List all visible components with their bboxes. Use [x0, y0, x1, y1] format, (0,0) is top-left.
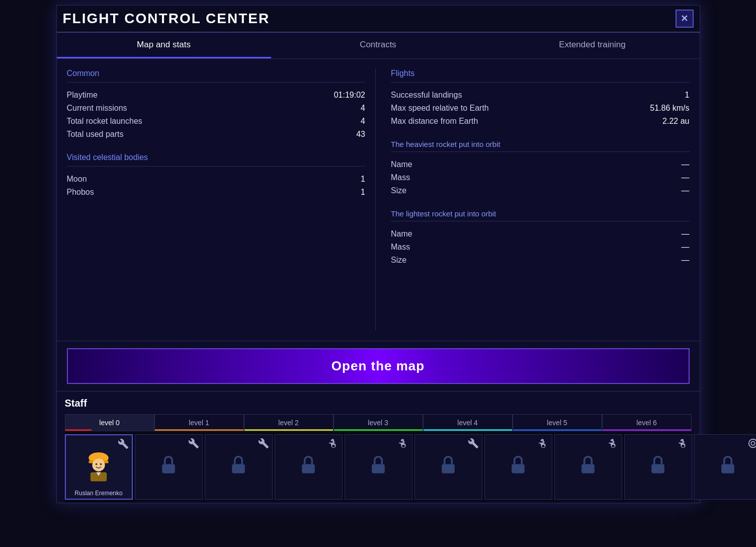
stat-label-playtime: Playtime — [67, 91, 98, 100]
microscope-icon — [398, 438, 409, 451]
staff-section: Staff level 0level 1level 2level 3level … — [57, 391, 700, 503]
stat-max-speed: Max speed relative to Earth 51.86 km/s — [391, 102, 690, 115]
stat-rocket-launches: Total rocket launches 4 — [67, 115, 366, 128]
microscope-icon — [538, 438, 549, 451]
stat-value-phobos: 1 — [361, 188, 365, 197]
stat-current-missions: Current missions 4 — [67, 102, 366, 115]
lock-icon — [577, 454, 599, 481]
staff-name: Ruslan Eremenko — [66, 490, 132, 497]
svg-rect-10 — [302, 464, 315, 473]
heaviest-mass-value: — — [682, 173, 690, 182]
level-tab-2[interactable]: level 2 — [244, 414, 333, 431]
staff-card-2[interactable] — [205, 434, 273, 500]
stat-value-distance: 2.22 au — [662, 117, 689, 126]
stat-used-parts: Total used parts 43 — [67, 128, 366, 141]
open-map-button[interactable]: Open the map — [67, 348, 690, 384]
staff-card-6[interactable] — [484, 434, 552, 500]
close-button[interactable]: ✕ — [676, 10, 694, 28]
svg-rect-11 — [372, 464, 385, 473]
heaviest-name-value: — — [682, 160, 690, 169]
level-tab-4[interactable]: level 4 — [423, 414, 513, 431]
heaviest-name-label: Name — [391, 160, 412, 169]
staff-card-3[interactable] — [275, 434, 343, 500]
flights-label: Flights — [391, 69, 690, 78]
staff-title: Staff — [65, 398, 692, 409]
microscope-icon — [678, 438, 689, 451]
stat-value-missions: 4 — [361, 104, 365, 113]
stat-value-parts: 43 — [356, 130, 365, 139]
microscope-icon — [328, 438, 339, 451]
wrench-icon — [188, 438, 199, 451]
level-tab-1[interactable]: level 1 — [154, 414, 244, 431]
stat-moon: Moon 1 — [67, 173, 366, 186]
lock-icon — [507, 454, 529, 481]
heaviest-size: Size — — [391, 184, 690, 197]
left-panel: Common Playtime 01:19:02 Current mission… — [67, 69, 376, 331]
content-area: Common Playtime 01:19:02 Current mission… — [57, 59, 700, 341]
svg-point-4 — [100, 463, 102, 465]
map-btn-container: Open the map — [57, 341, 700, 391]
lightest-name-value: — — [682, 229, 690, 239]
lightest-mass-value: — — [682, 243, 690, 252]
level-tab-6[interactable]: level 6 — [602, 414, 692, 431]
staff-card-4[interactable] — [345, 434, 412, 500]
staff-card-7[interactable] — [554, 434, 622, 500]
stat-value-speed: 51.86 km/s — [650, 104, 689, 113]
heaviest-size-label: Size — [391, 186, 406, 195]
staff-card-0[interactable]: Ruslan Eremenko — [65, 434, 133, 500]
stat-successful-landings: Successful landings 1 — [391, 89, 690, 102]
lightest-label: The lightest rocket put into orbit — [391, 209, 690, 218]
level-tab-5[interactable]: level 5 — [513, 414, 602, 431]
lightest-name: Name — — [391, 227, 690, 241]
stat-max-distance: Max distance from Earth 2.22 au — [391, 115, 690, 128]
lock-icon — [647, 454, 669, 481]
svg-point-3 — [96, 463, 98, 465]
svg-rect-8 — [162, 464, 175, 473]
stat-label-distance: Max distance from Earth — [391, 117, 478, 126]
level-tab-0[interactable]: level 0 — [65, 414, 154, 431]
level-tab-3[interactable]: level 3 — [333, 414, 423, 431]
heaviest-name: Name — — [391, 158, 690, 171]
lightest-mass: Mass — — [391, 241, 690, 254]
lightest-size-value: — — [682, 256, 690, 265]
lightest-size: Size — — [391, 254, 690, 267]
svg-rect-9 — [232, 464, 245, 473]
stat-label-landings: Successful landings — [391, 91, 462, 100]
stat-label-moon: Moon — [67, 175, 87, 184]
stat-label-parts: Total used parts — [67, 130, 124, 139]
stat-value-landings: 1 — [685, 91, 690, 100]
common-label: Common — [67, 69, 366, 78]
microscope-icon — [608, 438, 619, 451]
stat-playtime: Playtime 01:19:02 — [67, 89, 366, 102]
staff-card-5[interactable] — [414, 434, 482, 500]
title-bar: FLIGHT CONTROL CENTER ✕ — [57, 6, 700, 33]
right-panel: Flights Successful landings 1 Max speed … — [386, 69, 690, 331]
wrench-icon — [118, 438, 129, 451]
visited-label: Visited celestial bodies — [67, 153, 366, 162]
heaviest-label: The heaviest rocket put into orbit — [391, 140, 690, 148]
avatar — [80, 448, 117, 486]
tab-extended-training[interactable]: Extended training — [485, 33, 700, 58]
lock-icon — [297, 454, 319, 481]
tab-bar: Map and stats Contracts Extended trainin… — [57, 33, 700, 59]
staff-card-1[interactable] — [135, 434, 203, 500]
svg-point-17 — [751, 441, 754, 445]
stat-value-moon: 1 — [361, 175, 365, 184]
lightest-name-label: Name — [391, 229, 412, 239]
lock-icon — [367, 454, 389, 481]
tab-contracts[interactable]: Contracts — [271, 33, 485, 58]
svg-rect-15 — [651, 464, 664, 473]
heaviest-mass-label: Mass — [391, 173, 410, 182]
svg-rect-13 — [512, 464, 525, 473]
staff-card-9[interactable] — [694, 434, 757, 500]
staff-cards: Ruslan Eremenko — [65, 431, 692, 503]
stat-label-phobos: Phobos — [67, 188, 94, 197]
lock-icon — [717, 454, 739, 481]
stat-value-launches: 4 — [361, 117, 365, 126]
tab-map-and-stats[interactable]: Map and stats — [57, 33, 271, 58]
stat-label-launches: Total rocket launches — [67, 117, 142, 126]
svg-rect-18 — [721, 464, 734, 473]
staff-card-8[interactable] — [624, 434, 692, 500]
window-title: FLIGHT CONTROL CENTER — [63, 11, 270, 27]
svg-rect-14 — [581, 464, 595, 473]
